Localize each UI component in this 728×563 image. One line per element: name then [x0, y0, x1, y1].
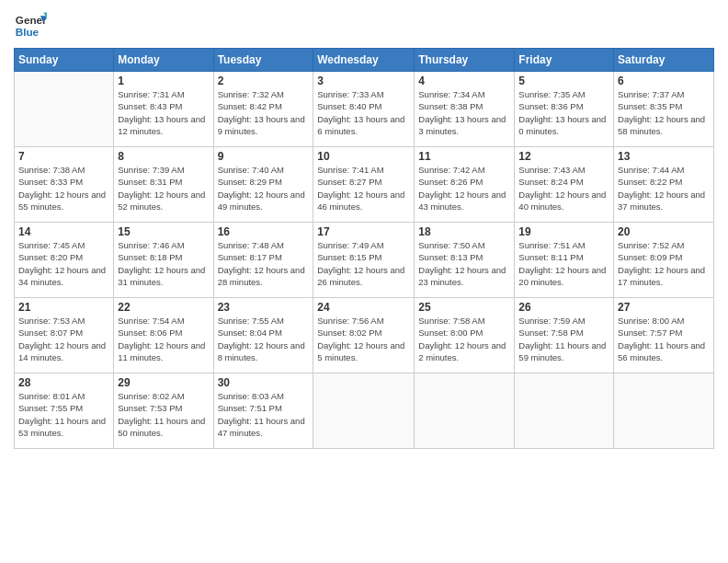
- calendar-cell: 15Sunrise: 7:46 AMSunset: 8:18 PMDayligh…: [114, 223, 213, 298]
- day-info: Sunrise: 7:42 AMSunset: 8:26 PMDaylight:…: [418, 164, 510, 213]
- day-info: Sunrise: 7:58 AMSunset: 8:00 PMDaylight:…: [418, 315, 510, 363]
- day-info: Sunrise: 7:49 AMSunset: 8:15 PMDaylight:…: [317, 239, 410, 288]
- day-number: 12: [518, 150, 609, 163]
- day-number: 7: [18, 150, 109, 163]
- calendar-cell: 10Sunrise: 7:41 AMSunset: 8:27 PMDayligh…: [313, 147, 415, 223]
- day-info: Sunrise: 7:39 AMSunset: 8:31 PMDaylight:…: [118, 164, 209, 213]
- calendar-cell: 16Sunrise: 7:48 AMSunset: 8:17 PMDayligh…: [213, 223, 313, 298]
- calendar-cell: 27Sunrise: 8:00 AMSunset: 7:57 PMDayligh…: [614, 298, 714, 373]
- day-info: Sunrise: 7:51 AMSunset: 8:11 PMDaylight:…: [518, 239, 609, 288]
- calendar-cell: 12Sunrise: 7:43 AMSunset: 8:24 PMDayligh…: [515, 147, 614, 223]
- calendar-week-2: 7Sunrise: 7:38 AMSunset: 8:33 PMDaylight…: [15, 147, 714, 223]
- calendar-cell: [313, 373, 415, 449]
- calendar-cell: 17Sunrise: 7:49 AMSunset: 8:15 PMDayligh…: [313, 223, 415, 298]
- day-info: Sunrise: 7:45 AMSunset: 8:20 PMDaylight:…: [18, 239, 109, 288]
- day-info: Sunrise: 7:40 AMSunset: 8:29 PMDaylight:…: [218, 164, 310, 213]
- calendar-cell: 19Sunrise: 7:51 AMSunset: 8:11 PMDayligh…: [515, 223, 614, 298]
- logo: General Blue: [14, 9, 47, 42]
- calendar-cell: [15, 72, 114, 147]
- calendar-week-5: 28Sunrise: 8:01 AMSunset: 7:55 PMDayligh…: [15, 373, 714, 449]
- calendar-week-4: 21Sunrise: 7:53 AMSunset: 8:07 PMDayligh…: [15, 298, 714, 373]
- day-number: 19: [518, 225, 609, 238]
- calendar-cell: [515, 373, 614, 449]
- day-number: 21: [18, 301, 109, 314]
- day-info: Sunrise: 7:53 AMSunset: 8:07 PMDaylight:…: [18, 315, 109, 363]
- calendar-cell: 1Sunrise: 7:31 AMSunset: 8:43 PMDaylight…: [114, 72, 213, 147]
- day-number: 9: [218, 150, 310, 163]
- calendar-cell: [415, 373, 515, 449]
- calendar-cell: 21Sunrise: 7:53 AMSunset: 8:07 PMDayligh…: [15, 298, 114, 373]
- day-number: 27: [618, 301, 710, 314]
- calendar-cell: 6Sunrise: 7:37 AMSunset: 8:35 PMDaylight…: [614, 72, 714, 147]
- day-number: 3: [317, 75, 410, 87]
- calendar-table: SundayMondayTuesdayWednesdayThursdayFrid…: [14, 48, 714, 449]
- day-info: Sunrise: 8:02 AMSunset: 7:53 PMDaylight:…: [118, 390, 209, 439]
- calendar-cell: 9Sunrise: 7:40 AMSunset: 8:29 PMDaylight…: [213, 147, 313, 223]
- day-info: Sunrise: 7:31 AMSunset: 8:43 PMDaylight:…: [118, 88, 209, 137]
- day-number: 22: [118, 301, 209, 314]
- calendar-cell: 18Sunrise: 7:50 AMSunset: 8:13 PMDayligh…: [415, 223, 515, 298]
- day-number: 5: [518, 75, 609, 87]
- day-number: 24: [317, 301, 410, 314]
- calendar-week-1: 1Sunrise: 7:31 AMSunset: 8:43 PMDaylight…: [15, 72, 714, 147]
- calendar-cell: 2Sunrise: 7:32 AMSunset: 8:42 PMDaylight…: [213, 72, 313, 147]
- calendar-cell: 22Sunrise: 7:54 AMSunset: 8:06 PMDayligh…: [114, 298, 213, 373]
- day-info: Sunrise: 7:59 AMSunset: 7:58 PMDaylight:…: [518, 315, 609, 363]
- day-header-friday: Friday: [515, 49, 614, 72]
- day-number: 28: [18, 376, 109, 389]
- day-number: 15: [118, 225, 209, 238]
- day-info: Sunrise: 7:32 AMSunset: 8:42 PMDaylight:…: [218, 88, 310, 137]
- calendar-header-row: SundayMondayTuesdayWednesdayThursdayFrid…: [15, 49, 714, 72]
- calendar-cell: [614, 373, 714, 449]
- day-info: Sunrise: 7:46 AMSunset: 8:18 PMDaylight:…: [118, 239, 209, 288]
- calendar-cell: 7Sunrise: 7:38 AMSunset: 8:33 PMDaylight…: [15, 147, 114, 223]
- day-header-wednesday: Wednesday: [313, 49, 415, 72]
- day-number: 2: [218, 75, 310, 87]
- calendar-cell: 3Sunrise: 7:33 AMSunset: 8:40 PMDaylight…: [313, 72, 415, 147]
- calendar-cell: 8Sunrise: 7:39 AMSunset: 8:31 PMDaylight…: [114, 147, 213, 223]
- day-info: Sunrise: 7:48 AMSunset: 8:17 PMDaylight:…: [218, 239, 310, 288]
- day-number: 26: [518, 301, 609, 314]
- page-container: General Blue SundayMondayTuesdayWednesda…: [0, 0, 728, 458]
- calendar-cell: 23Sunrise: 7:55 AMSunset: 8:04 PMDayligh…: [213, 298, 313, 373]
- day-number: 4: [418, 75, 510, 87]
- day-number: 16: [218, 225, 310, 238]
- day-number: 23: [218, 301, 310, 314]
- day-header-monday: Monday: [114, 49, 213, 72]
- day-number: 1: [118, 75, 209, 87]
- svg-text:Blue: Blue: [16, 26, 40, 38]
- day-number: 20: [618, 225, 710, 238]
- day-number: 25: [418, 301, 510, 314]
- day-header-saturday: Saturday: [614, 49, 714, 72]
- calendar-cell: 11Sunrise: 7:42 AMSunset: 8:26 PMDayligh…: [415, 147, 515, 223]
- day-number: 6: [618, 75, 710, 87]
- calendar-cell: 5Sunrise: 7:35 AMSunset: 8:36 PMDaylight…: [515, 72, 614, 147]
- svg-text:General: General: [16, 14, 47, 26]
- calendar-cell: 14Sunrise: 7:45 AMSunset: 8:20 PMDayligh…: [15, 223, 114, 298]
- day-number: 8: [118, 150, 209, 163]
- day-number: 11: [418, 150, 510, 163]
- calendar-cell: 25Sunrise: 7:58 AMSunset: 8:00 PMDayligh…: [415, 298, 515, 373]
- day-number: 10: [317, 150, 410, 163]
- day-info: Sunrise: 8:00 AMSunset: 7:57 PMDaylight:…: [618, 315, 710, 363]
- day-header-tuesday: Tuesday: [213, 49, 313, 72]
- page-header: General Blue: [14, 9, 714, 42]
- calendar-week-3: 14Sunrise: 7:45 AMSunset: 8:20 PMDayligh…: [15, 223, 714, 298]
- day-info: Sunrise: 7:55 AMSunset: 8:04 PMDaylight:…: [218, 315, 310, 363]
- calendar-cell: 4Sunrise: 7:34 AMSunset: 8:38 PMDaylight…: [415, 72, 515, 147]
- calendar-cell: 13Sunrise: 7:44 AMSunset: 8:22 PMDayligh…: [614, 147, 714, 223]
- day-info: Sunrise: 7:37 AMSunset: 8:35 PMDaylight:…: [618, 88, 710, 137]
- calendar-cell: 26Sunrise: 7:59 AMSunset: 7:58 PMDayligh…: [515, 298, 614, 373]
- day-info: Sunrise: 7:54 AMSunset: 8:06 PMDaylight:…: [118, 315, 209, 363]
- day-number: 29: [118, 376, 209, 389]
- day-number: 17: [317, 225, 410, 238]
- day-info: Sunrise: 7:33 AMSunset: 8:40 PMDaylight:…: [317, 88, 410, 137]
- day-number: 30: [218, 376, 310, 389]
- day-number: 14: [18, 225, 109, 238]
- calendar-cell: 29Sunrise: 8:02 AMSunset: 7:53 PMDayligh…: [114, 373, 213, 449]
- day-header-thursday: Thursday: [415, 49, 515, 72]
- calendar-cell: 24Sunrise: 7:56 AMSunset: 8:02 PMDayligh…: [313, 298, 415, 373]
- day-info: Sunrise: 7:43 AMSunset: 8:24 PMDaylight:…: [518, 164, 609, 213]
- day-header-sunday: Sunday: [15, 49, 114, 72]
- calendar-cell: 28Sunrise: 8:01 AMSunset: 7:55 PMDayligh…: [15, 373, 114, 449]
